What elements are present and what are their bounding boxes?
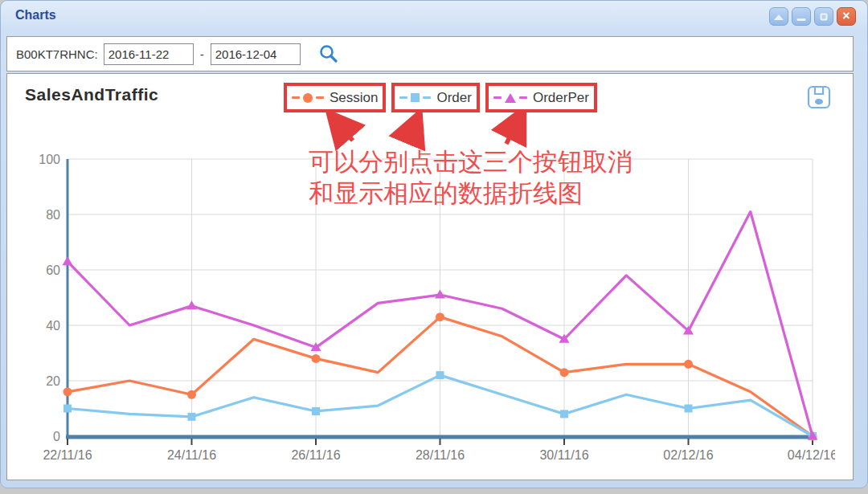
search-button[interactable]: [318, 43, 339, 64]
x-tick-label: 02/12/16: [663, 448, 713, 462]
legend-item-session[interactable]: Session: [284, 83, 386, 112]
legend-dash: [399, 96, 407, 99]
annotation-arrow-order: [408, 117, 418, 141]
sales-and-traffic-chart: 22/11/1624/11/1626/11/1628/11/1630/11/16…: [7, 74, 835, 481]
annotation-line-1: 可以分别点击这三个按钮取消: [309, 146, 727, 178]
marker-order: [436, 371, 444, 379]
window-title: Charts: [15, 8, 56, 22]
legend-label: OrderPer: [533, 90, 589, 106]
annotation-arrow-orderper: [506, 113, 522, 144]
marker-session: [63, 387, 72, 396]
legend-dash: [519, 96, 527, 99]
marker-order: [63, 405, 72, 413]
legend-circle-marker-icon: [303, 93, 313, 103]
legend-dash: [316, 96, 324, 99]
legend-square-marker-icon: [411, 93, 420, 102]
x-icon: [842, 10, 850, 22]
x-tick-label: 04/12/16: [788, 448, 835, 462]
marker-session: [560, 368, 569, 377]
legend-label: Session: [330, 90, 378, 106]
window-controls: [769, 7, 856, 26]
window-titlebar[interactable]: Charts: [1, 1, 867, 35]
x-tick-label: 30/11/16: [539, 448, 588, 462]
marker-session: [187, 390, 196, 399]
legend-dash: [423, 96, 431, 99]
save-icon: [806, 84, 832, 110]
date-from-input[interactable]: [104, 43, 194, 65]
marker-session: [436, 312, 444, 321]
legend-item-orderper[interactable]: OrderPer: [485, 83, 597, 112]
x-tick-label: 24/11/16: [167, 448, 216, 462]
marker-order: [312, 407, 320, 415]
marker-order: [188, 413, 196, 421]
y-tick-label: 100: [39, 153, 60, 166]
legend-dash: [292, 96, 300, 99]
marker-session: [312, 354, 321, 363]
square-icon: [821, 13, 828, 20]
date-to-input[interactable]: [211, 43, 301, 65]
minimize-button[interactable]: [792, 7, 811, 26]
triangle-up-icon: [774, 14, 784, 20]
save-chart-button[interactable]: [806, 84, 832, 110]
y-tick-label: 60: [46, 263, 60, 277]
marker-orderper: [186, 300, 197, 309]
marker-orderper: [63, 256, 73, 265]
minus-icon: [797, 18, 806, 21]
date-range-separator: -: [200, 47, 204, 61]
legend-dash: [493, 96, 502, 99]
annotation-arrows: [332, 113, 522, 144]
collapse-button[interactable]: [769, 7, 788, 26]
marker-order: [685, 405, 693, 413]
search-icon: [318, 43, 339, 64]
x-tick-label: 22/11/16: [43, 448, 92, 462]
x-tick-label: 28/11/16: [416, 448, 465, 462]
annotation-line-2: 和显示相应的数据折线图: [309, 178, 727, 209]
legend-triangle-marker-icon: [505, 93, 516, 103]
marker-session: [684, 360, 693, 369]
y-tick-label: 80: [46, 208, 60, 222]
y-tick-label: 40: [46, 319, 60, 333]
x-tick-label: 26/11/16: [291, 448, 340, 462]
marker-order: [560, 410, 568, 418]
asin-label: B00KT7RHNC:: [16, 47, 98, 61]
chart-legend: Session Order OrderPer: [284, 83, 597, 112]
chart-panel: 22/11/1624/11/1626/11/1628/11/1630/11/16…: [6, 73, 854, 480]
close-button[interactable]: [837, 7, 856, 26]
legend-item-order[interactable]: Order: [391, 83, 479, 112]
legend-label: Order: [436, 90, 471, 106]
y-tick-label: 20: [46, 374, 60, 388]
annotation-text: 可以分别点击这三个按钮取消 和显示相应的数据折线图: [309, 146, 727, 209]
toolbar: B00KT7RHNC: -: [6, 36, 854, 71]
maximize-button[interactable]: [814, 7, 833, 26]
annotation-arrow-session: [332, 116, 353, 141]
charts-window: Charts B00KT7RHNC: - 22/11/1624/11: [0, 0, 868, 488]
y-tick-label: 0: [53, 430, 60, 443]
